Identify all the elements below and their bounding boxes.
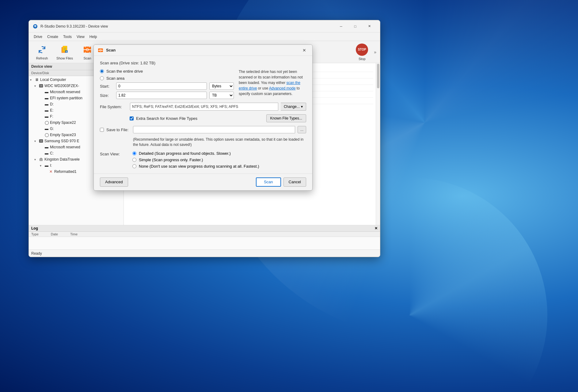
scan-area-radio[interactable] [100,76,104,80]
advanced-label: Advanced [105,180,123,184]
toolbar-right: STOP Stop » [351,43,378,62]
scan-view-none-radio[interactable] [132,164,136,168]
log-col-date: Date [51,232,58,236]
scan-entire-drive-option[interactable]: Scan the entire drive [100,69,234,74]
tree-item-label: Empty Space22 [50,120,76,125]
log-columns: Type Date Time [29,232,380,237]
log-close-icon[interactable]: ✕ [375,226,378,230]
start-unit-select[interactable]: Bytes [209,82,234,90]
expand-arrow: ▾ [34,139,39,143]
advanced-button[interactable]: Advanced [100,177,128,187]
partition-icon: ▬ [44,89,49,94]
tree-item-label: Reformatted1 [54,169,77,174]
extra-search-checkbox[interactable] [130,116,134,120]
status-text: Ready [31,251,42,256]
dialog-close-button[interactable]: ✕ [300,46,309,55]
size-input[interactable] [116,92,207,99]
more-chevron[interactable]: » [373,50,378,55]
scan-view-simple-radio[interactable] [132,158,136,162]
partition-icon: ▬ [44,102,49,107]
dialog-title-text: Scan [106,48,300,52]
space-icon: ◯ [44,120,49,125]
extra-search-row: Extra Search for Known File Types Known … [100,114,306,122]
scan-view-simple-option[interactable]: Simple (Scan progress only. Faster.) [132,158,259,162]
svg-point-38 [100,49,101,51]
scan-view-none-label: None (Don't use scan view progress durin… [139,164,259,169]
svg-point-1 [35,26,36,27]
save-to-file-label: Save to File: [106,127,128,132]
save-checkbox-cell: Save to File: [100,127,131,132]
scan-entire-radio[interactable] [100,69,104,73]
scrollbar-track[interactable] [376,63,380,225]
stop-button[interactable]: STOP Stop [351,43,373,62]
start-label: Start: [100,84,114,89]
scan-left-col: Scan the entire drive Scan area Start: B… [100,69,234,99]
scan-dialog: Scan ✕ Scan area (Drive size: 1.82 TB) S… [93,44,313,191]
tree-item-label: Microsoft reserved [50,90,80,94]
tree-item-label: D: [50,102,54,106]
scan-info-col: The selected drive has not yet been scan… [239,69,306,99]
cancel-button[interactable]: Cancel [283,177,306,187]
dialog-footer: Advanced Scan Cancel [94,173,312,190]
scan-view-detailed-option[interactable]: Detailed (Scan progress and found object… [132,151,259,156]
save-to-file-input[interactable] [133,126,295,133]
size-unit-select[interactable]: TB [209,92,234,99]
scan-view-detailed-radio[interactable] [132,151,136,155]
partition-icon: ▬ [44,96,49,101]
scan-area-label: Scan area [106,76,124,81]
menu-drive[interactable]: Drive [31,34,45,40]
filesystem-value: NTFS; ReFS; FAT/exFAT; Ext2/Ext3/Ext4; U… [130,103,278,111]
tree-item-label: C: [50,151,54,155]
scan-icon [82,44,93,55]
scan-area-title: Scan area (Drive size: 1.82 TB) [100,61,306,65]
menu-bar: Drive Create Tools View Help [29,32,380,41]
scan-btn-label: Scan [264,180,273,184]
save-to-file-checkbox[interactable] [100,128,104,132]
info-text-2: or use [257,86,269,90]
scan-view-simple-label: Simple (Scan progress only. Faster.) [139,158,203,162]
scan-dialog-icon [97,47,104,53]
tree-item-label: Microsoft reserved [50,145,80,149]
browse-button[interactable]: … [298,126,306,133]
log-title: Log [31,226,38,230]
filesystem-label: File System: [100,105,127,109]
close-button[interactable]: ✕ [362,22,376,31]
scan-area-option[interactable]: Scan area [100,76,234,81]
title-bar: R-Studio Demo 9.3.191230 - Device view ─… [29,20,380,32]
show-files-label: Show Files [56,56,73,60]
refresh-button[interactable]: Refresh [31,43,53,62]
menu-view[interactable]: View [74,34,87,40]
scrollbar-thumb[interactable] [377,64,379,88]
log-col-type: Type [31,232,39,236]
menu-help[interactable]: Help [87,34,100,40]
svg-point-33 [42,141,42,141]
expand-arrow: ▾ [34,158,39,161]
extra-search-label: Extra Search for Known File Types [136,116,197,121]
partition-icon: ▬ [44,114,49,119]
window-title: R-Studio Demo 9.3.191230 - Device view [40,24,334,29]
change-fs-arrow: ▾ [301,105,303,109]
cancel-label: Cancel [289,180,301,184]
scan-view-detailed-label: Detailed (Scan progress and found object… [139,151,231,156]
menu-create[interactable]: Create [45,34,61,40]
log-col-time: Time [70,232,78,236]
start-input[interactable] [116,82,207,90]
known-file-types-button[interactable]: Known File Types... [266,114,306,122]
tree-item-label: I: [50,163,52,168]
partition-icon: ▬ [44,108,49,113]
scan-view-none-option[interactable]: None (Don't use scan view progress durin… [132,164,259,169]
filesystem-row: File System: NTFS; ReFS; FAT/exFAT; Ext2… [100,103,306,111]
show-files-button[interactable]: + Show Files [54,43,75,62]
partition-icon: ▬ [44,163,49,168]
tree-item-label: WDC WD2003FZEX- [44,84,79,88]
save-note: (Recommended for large or unstable drive… [100,137,306,147]
maximize-button[interactable]: □ [348,22,362,31]
scan-button[interactable]: Scan [256,177,281,187]
advanced-mode-link[interactable]: Advanced mode [269,86,296,90]
tree-item-label: G: [50,127,54,131]
svg-rect-34 [40,158,43,161]
menu-tools[interactable]: Tools [61,34,74,40]
change-filesystem-button[interactable]: Change... ▾ [281,103,306,111]
minimize-button[interactable]: ─ [334,22,348,31]
scan-type-radio-group: Scan the entire drive Scan area [100,69,234,81]
